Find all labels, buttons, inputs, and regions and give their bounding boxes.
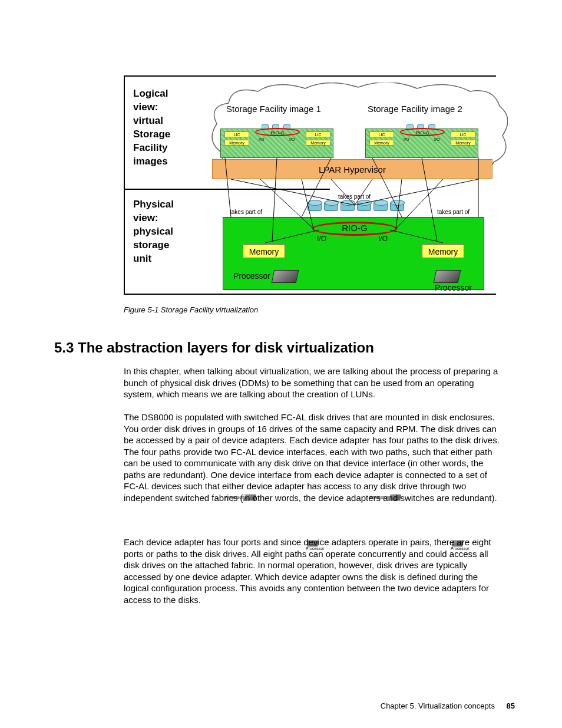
io-label-small: I/O <box>434 137 439 141</box>
memory-label-small: Memory <box>306 140 330 146</box>
rio-g-label-small: RIO-G <box>409 130 435 136</box>
logical-view-label: Logical view: virtual Storage Facility i… <box>133 87 210 169</box>
takes-part-label: takes part of <box>437 209 470 215</box>
page-number: 85 <box>507 701 515 710</box>
memory-label-small: Memory <box>451 140 475 146</box>
label-line: storage <box>133 239 210 252</box>
sfi-box-1: LIC LIC RIO-G I/O I/O Memory Memory Proc… <box>220 129 333 158</box>
lic-label: LIC <box>306 131 330 137</box>
io-label-small: I/O <box>404 137 409 141</box>
io-label-small: I/O <box>289 137 295 141</box>
lpar-hypervisor: LPAR Hypervisor <box>212 159 492 179</box>
processor-text: Processor <box>435 283 472 292</box>
disk-cylinder-icon <box>373 202 388 211</box>
processor-chip-icon <box>272 270 299 283</box>
figure-caption: Figure 5-1 Storage Facility virtualizati… <box>124 305 258 314</box>
io-label-small: I/O <box>259 137 264 141</box>
lic-label: LIC <box>224 131 249 137</box>
label-line: view: <box>133 212 210 225</box>
label-line: unit <box>133 252 210 266</box>
body-paragraph: The DS8000 is populated with switched FC… <box>124 411 501 503</box>
disk-cylinder-icon <box>340 202 355 211</box>
io-label: I/O <box>317 235 326 243</box>
disk-cylinder-icon <box>308 202 322 211</box>
rio-g-label-small: RIO-G <box>265 130 290 136</box>
takes-part-label: takes part of <box>338 193 371 200</box>
sfi-1-title: Storage Facility image 1 <box>226 104 321 114</box>
label-line: Facility <box>133 141 210 155</box>
body-paragraph: Each device adapter has four ports and s… <box>124 536 501 605</box>
label-line: Logical <box>133 87 210 101</box>
memory-box: Memory <box>422 244 464 258</box>
takes-part-label: takes part of <box>230 209 262 215</box>
lic-label: LIC <box>369 131 394 137</box>
disk-cylinder-icon <box>324 202 338 211</box>
section-divider <box>125 189 330 190</box>
label-line: view: <box>133 101 210 114</box>
processor-chip-icon <box>434 270 461 283</box>
processor-box: Processor <box>435 270 496 292</box>
sfi-box-2: LIC LIC RIO-G I/O I/O Memory Memory Proc… <box>365 129 478 158</box>
page-footer: Chapter 5. Virtualization concepts 85 <box>381 701 515 710</box>
sfi-2-title: Storage Facility image 2 <box>368 104 462 114</box>
label-line: images <box>133 155 210 169</box>
memory-box: Memory <box>243 244 285 258</box>
processor-text: Processor <box>233 271 270 281</box>
memory-label-small: Memory <box>369 140 394 146</box>
section-heading: 5.3 The abstraction layers for disk virt… <box>54 340 374 356</box>
disk-cylinder-row <box>308 202 404 211</box>
page: Logical view: virtual Storage Facility i… <box>0 0 562 728</box>
label-line: Storage <box>133 128 210 141</box>
label-line: virtual <box>133 114 210 128</box>
label-line: Physical <box>133 198 210 212</box>
figure-5-1: Logical view: virtual Storage Facility i… <box>124 75 496 295</box>
rio-g-label: RIO-G <box>331 223 378 233</box>
processor-box: Processor <box>233 270 297 283</box>
memory-label-small: Memory <box>224 140 249 146</box>
disk-cylinder-icon <box>357 202 371 211</box>
disk-cylinder-icon <box>390 202 404 211</box>
chapter-label: Chapter 5. Virtualization concepts <box>381 701 495 710</box>
physical-view-label: Physical view: physical storage unit <box>133 198 210 266</box>
lic-label: LIC <box>451 131 475 137</box>
io-label: I/O <box>378 235 388 243</box>
body-paragraph: In this chapter, when talking about virt… <box>124 365 501 400</box>
label-line: physical <box>133 225 210 239</box>
